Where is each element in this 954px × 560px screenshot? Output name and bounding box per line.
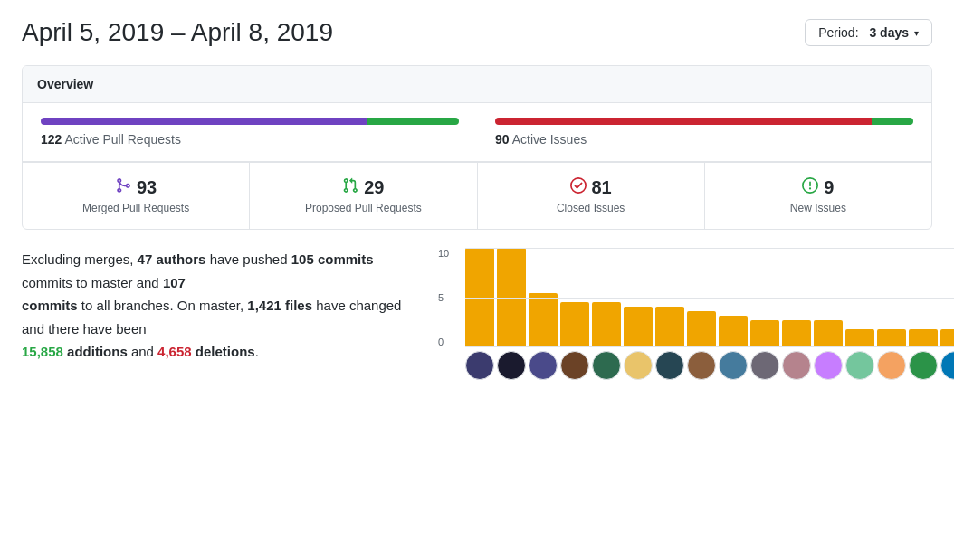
pr-icon xyxy=(342,177,358,198)
avatar-9 xyxy=(750,351,779,380)
text2: commits to master and xyxy=(22,275,159,290)
bar-11 xyxy=(814,320,843,347)
stat-proposed-pr[interactable]: 29 Proposed Pull Requests xyxy=(250,163,477,229)
active-pr-label: 122 Active Pull Requests xyxy=(41,132,459,147)
bar-chart-container xyxy=(465,248,954,347)
bar-14 xyxy=(909,329,938,347)
active-pr-group: 122 Active Pull Requests xyxy=(41,118,459,147)
avatar-11 xyxy=(814,351,843,380)
active-issues-count: 90 xyxy=(495,132,510,147)
active-bars-section: 122 Active Pull Requests 90 Active Issue… xyxy=(23,103,931,162)
deletions-count: 4,658 xyxy=(157,344,192,359)
avatar-7 xyxy=(687,351,716,380)
bottom-section: Excluding merges, 47 authors have pushed… xyxy=(22,248,932,380)
grid-line-top xyxy=(465,248,954,249)
stat-new-issues[interactable]: 9 New Issues xyxy=(705,163,931,229)
deletions-label: deletions xyxy=(196,344,255,359)
stat-merged-pr[interactable]: 93 Merged Pull Requests xyxy=(23,163,250,229)
avatar-2 xyxy=(529,351,558,380)
overview-title: Overview xyxy=(37,77,93,91)
new-issues-count: 9 xyxy=(824,177,834,198)
proposed-pr-number-row: 29 xyxy=(264,177,462,198)
merge-icon xyxy=(115,177,131,198)
authors-count: 47 xyxy=(138,252,153,267)
bar-12 xyxy=(845,329,874,347)
bar-9 xyxy=(750,320,779,347)
grid-line-bottom xyxy=(465,346,954,347)
bar-7 xyxy=(687,311,716,347)
merged-pr-label: Merged Pull Requests xyxy=(37,202,234,214)
merged-pr-count: 93 xyxy=(137,177,157,198)
y-label-5: 5 xyxy=(438,292,449,303)
chart-area: 10 5 0 xyxy=(438,248,954,380)
summary-text: Excluding merges, 47 authors have pushed… xyxy=(22,248,411,364)
closed-issues-count: 81 xyxy=(592,177,612,198)
avatar-6 xyxy=(655,351,684,380)
avatar-14 xyxy=(909,351,938,380)
closed-issue-icon xyxy=(570,177,587,198)
bar-10 xyxy=(782,320,811,347)
active-pr-bar xyxy=(41,118,459,125)
bar-15 xyxy=(940,329,954,347)
pr-purple-segment xyxy=(41,118,367,125)
closed-issues-label: Closed Issues xyxy=(492,202,690,214)
header-row: April 5, 2019 – April 8, 2019 Period: 3 … xyxy=(22,18,932,47)
avatar-13 xyxy=(877,351,906,380)
y-label-10: 10 xyxy=(438,248,449,259)
y-label-0: 0 xyxy=(438,337,449,347)
text1: have pushed xyxy=(210,252,288,267)
active-issues-label: 90 Active Issues xyxy=(495,132,913,147)
chevron-down-icon: ▾ xyxy=(914,28,919,38)
avatar-15 xyxy=(940,351,954,380)
active-pr-count: 122 xyxy=(41,132,62,147)
overview-header: Overview xyxy=(23,66,931,103)
text4: to all branches. On master, xyxy=(81,298,243,313)
period: . xyxy=(255,344,259,359)
avatar-12 xyxy=(845,351,874,380)
stat-closed-issues[interactable]: 81 Closed Issues xyxy=(478,163,705,229)
period-button[interactable]: Period: 3 days▾ xyxy=(805,19,932,46)
avatar-10 xyxy=(782,351,811,380)
avatar-0 xyxy=(465,351,494,380)
pr-green-segment xyxy=(367,118,459,125)
additions-label: additions xyxy=(67,344,131,359)
issues-green-segment xyxy=(872,118,913,125)
active-issues-label-text: Active Issues xyxy=(512,132,587,147)
active-issues-group: 90 Active Issues xyxy=(495,118,913,147)
period-label: Period: xyxy=(818,25,858,40)
merged-pr-number-row: 93 xyxy=(37,177,234,198)
files-label: files xyxy=(285,298,312,313)
commits-label1: commits xyxy=(318,252,374,267)
stats-row: 93 Merged Pull Requests 29 Proposed Pull… xyxy=(23,162,931,229)
avatars-row xyxy=(465,351,954,380)
bar-4 xyxy=(592,302,621,347)
bar-13 xyxy=(877,329,906,347)
text8: and xyxy=(131,344,154,359)
bar-3 xyxy=(560,302,589,347)
active-issues-bar xyxy=(495,118,913,125)
authors-label: authors xyxy=(156,252,205,267)
new-issues-label: New Issues xyxy=(720,202,917,214)
proposed-pr-count: 29 xyxy=(364,177,384,198)
new-issue-icon xyxy=(802,177,818,198)
files-count: 1,421 xyxy=(247,298,281,313)
bar-8 xyxy=(719,316,748,347)
avatar-4 xyxy=(592,351,621,380)
issues-red-segment xyxy=(495,118,872,125)
bar-2 xyxy=(529,293,558,347)
bar-6 xyxy=(655,307,684,347)
overview-card: Overview 122 Active Pull Requests 90 Act… xyxy=(22,65,932,230)
avatar-8 xyxy=(719,351,748,380)
grid-line-mid xyxy=(465,298,954,299)
bar-5 xyxy=(624,307,653,347)
commits-label2: commits xyxy=(22,298,78,313)
date-range: April 5, 2019 – April 8, 2019 xyxy=(22,18,333,47)
new-issues-number-row: 9 xyxy=(720,177,917,198)
active-pr-label-text: Active Pull Requests xyxy=(64,132,180,147)
avatar-3 xyxy=(560,351,589,380)
avatar-1 xyxy=(497,351,526,380)
all-commits: 107 xyxy=(163,275,186,290)
avatar-5 xyxy=(624,351,653,380)
closed-issues-number-row: 81 xyxy=(492,177,690,198)
master-commits: 105 xyxy=(291,252,314,267)
